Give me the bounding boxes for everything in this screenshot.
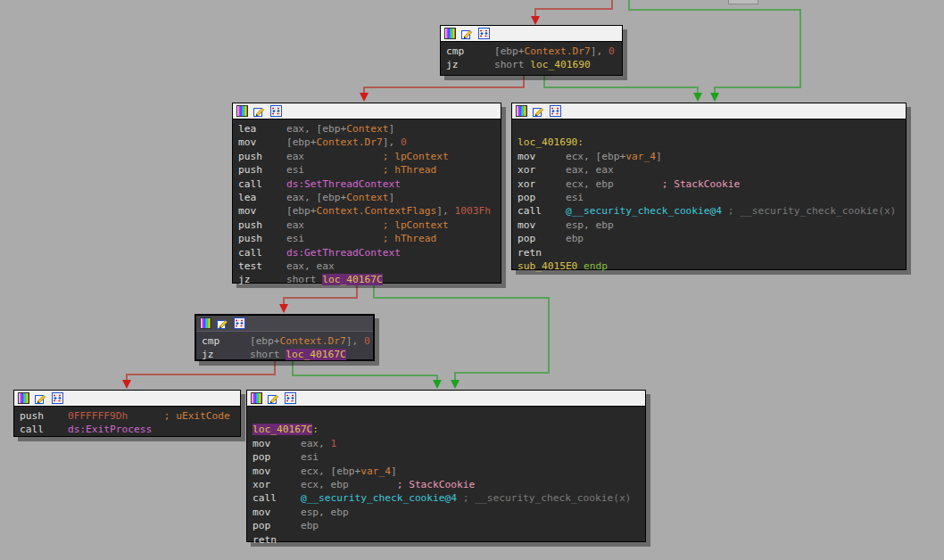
code-line[interactable]: xor ecx, ebp ; StackCookie	[518, 177, 900, 191]
palette-icon[interactable]	[200, 317, 211, 329]
code-line[interactable]: jz short loc_40167C	[202, 348, 368, 361]
arrowhead-true	[710, 93, 719, 102]
code-line[interactable]: pop esi	[518, 191, 900, 204]
node-title-bar[interactable]	[247, 391, 645, 407]
arrowhead-false	[360, 93, 368, 102]
graph-icon[interactable]	[52, 392, 63, 404]
code-line[interactable]	[253, 409, 640, 423]
arrowhead-false	[531, 16, 540, 25]
graph-icon[interactable]	[550, 105, 561, 117]
code-line[interactable]: push 0FFFFFF9Dh ; uExitCode	[20, 409, 235, 423]
node-title-bar[interactable]	[233, 103, 501, 119]
palette-icon[interactable]	[236, 105, 248, 117]
code-line[interactable]: mov esp, ebp	[253, 506, 640, 519]
edge-check2-to-exit-false	[127, 361, 275, 387]
graph-icon[interactable]	[234, 317, 245, 329]
code-line[interactable]: jz short loc_40167C	[238, 273, 495, 286]
palette-icon[interactable]	[516, 105, 527, 117]
graph-icon[interactable]	[478, 28, 490, 39]
code-line[interactable]: call ds:SetThreadContext	[238, 177, 495, 191]
graph-icon[interactable]	[270, 105, 282, 117]
code-line[interactable]: pop esi	[253, 450, 640, 464]
code-line[interactable]	[518, 122, 900, 136]
arrowhead-false	[279, 304, 288, 313]
edge-offscreen-to-check1-false	[535, 0, 612, 23]
code-line[interactable]: call ds:ExitProcess	[20, 423, 235, 436]
edit-icon[interactable]	[217, 317, 228, 329]
basic-block-loc-401690[interactable]: loc_401690:mov ecx, [ebp+var_4]xor eax, …	[511, 103, 907, 270]
code-line[interactable]: push esi ; hThread	[238, 232, 495, 245]
basic-block-dr7-check-1[interactable]: cmp [ebp+Context.Dr7], 0jz short loc_401…	[440, 25, 623, 76]
node-title-bar[interactable]	[196, 316, 373, 332]
palette-icon[interactable]	[251, 392, 262, 404]
code-line[interactable]: xor eax, eax	[518, 163, 900, 177]
code-line[interactable]: call @__security_check_cookie@4 ; __secu…	[518, 204, 900, 218]
code-line[interactable]: pop ebp	[518, 232, 900, 245]
code-line[interactable]: mov [ebp+Context.Dr7], 0	[238, 136, 495, 149]
code-line[interactable]: retn	[518, 246, 900, 259]
code-line[interactable]: mov [ebp+Context.ContextFlags], 1003Fh	[238, 204, 495, 218]
arrowhead-false	[122, 380, 131, 389]
edit-icon[interactable]	[461, 28, 473, 39]
basic-block-loc-40167C[interactable]: loc_40167C:mov eax, 1pop esimov ecx, [eb…	[246, 390, 646, 542]
code-line[interactable]: pop ebp	[253, 519, 640, 532]
code-line[interactable]: sub_4015E0 endp	[518, 259, 900, 273]
edit-icon[interactable]	[35, 392, 46, 404]
basic-block-thread-context[interactable]: lea eax, [ebp+Context]mov [ebp+Context.D…	[232, 103, 501, 284]
edit-icon[interactable]	[268, 392, 279, 404]
basic-block-exit-process[interactable]: push 0FFFFFF9Dh ; uExitCodecall ds:ExitP…	[13, 390, 241, 437]
edge-check1-to-context-false	[364, 76, 524, 100]
code-line[interactable]: cmp [ebp+Context.Dr7], 0	[446, 45, 617, 58]
basic-block-dr7-check-2[interactable]: cmp [ebp+Context.Dr7], 0jz short loc_401…	[195, 314, 375, 361]
offscreen-node-fragment	[728, 0, 758, 4]
edge-context-to-check2-false	[284, 284, 357, 311]
code-line[interactable]: mov eax, 1	[253, 437, 640, 450]
disassembly-code[interactable]: loc_401690:mov ecx, [ebp+var_4]xor eax, …	[512, 119, 906, 273]
edit-icon[interactable]	[533, 105, 544, 117]
code-line[interactable]: mov esp, ebp	[518, 218, 900, 232]
code-line[interactable]: mov ecx, [ebp+var_4]	[253, 465, 640, 478]
code-line[interactable]: push eax ; lpContext	[238, 150, 495, 163]
code-line[interactable]: call @__security_check_cookie@4 ; __secu…	[253, 491, 640, 505]
node-title-bar[interactable]	[14, 391, 240, 407]
code-line[interactable]: lea eax, [ebp+Context]	[238, 122, 495, 136]
disassembly-code[interactable]: cmp [ebp+Context.Dr7], 0jz short loc_401…	[196, 332, 373, 362]
edge-context-to-40167C-true	[374, 284, 549, 387]
edge-check1-to-401690-true	[544, 76, 698, 100]
disassembly-code[interactable]: cmp [ebp+Context.Dr7], 0jz short loc_401…	[441, 42, 622, 72]
graph-icon[interactable]	[285, 392, 296, 404]
code-line[interactable]: jz short loc_401690	[446, 58, 617, 71]
node-title-bar[interactable]	[441, 26, 622, 42]
arrowhead-true	[433, 380, 442, 389]
graph-canvas[interactable]: cmp [ebp+Context.Dr7], 0jz short loc_401…	[0, 0, 944, 560]
edge-check2-to-40167C-true	[293, 361, 437, 387]
code-line[interactable]: loc_401690:	[518, 136, 900, 149]
disassembly-code[interactable]: push 0FFFFFF9Dh ; uExitCodecall ds:ExitP…	[14, 407, 240, 437]
code-line[interactable]: lea eax, [ebp+Context]	[238, 191, 495, 204]
arrowhead-true	[451, 380, 460, 389]
code-line[interactable]: push eax ; lpContext	[238, 218, 495, 232]
code-line[interactable]: loc_40167C:	[253, 423, 640, 436]
code-line[interactable]: mov ecx, [ebp+var_4]	[518, 150, 900, 163]
code-line[interactable]: test eax, eax	[238, 259, 495, 273]
edit-icon[interactable]	[253, 105, 265, 117]
arrowhead-true	[693, 93, 702, 102]
edge-offscreen-to-401690-true	[629, 0, 800, 100]
code-line[interactable]: cmp [ebp+Context.Dr7], 0	[202, 334, 368, 348]
node-title-bar[interactable]	[512, 103, 906, 119]
palette-icon[interactable]	[444, 28, 456, 39]
code-line[interactable]: xor ecx, ebp ; StackCookie	[253, 478, 640, 491]
code-line[interactable]: push esi ; hThread	[238, 163, 495, 177]
palette-icon[interactable]	[18, 392, 29, 404]
disassembly-code[interactable]: loc_40167C:mov eax, 1pop esimov ecx, [eb…	[247, 407, 645, 547]
code-line[interactable]: call ds:GetThreadContext	[238, 246, 495, 259]
code-line[interactable]: retn	[253, 533, 640, 547]
disassembly-code[interactable]: lea eax, [ebp+Context]mov [ebp+Context.D…	[233, 119, 501, 287]
